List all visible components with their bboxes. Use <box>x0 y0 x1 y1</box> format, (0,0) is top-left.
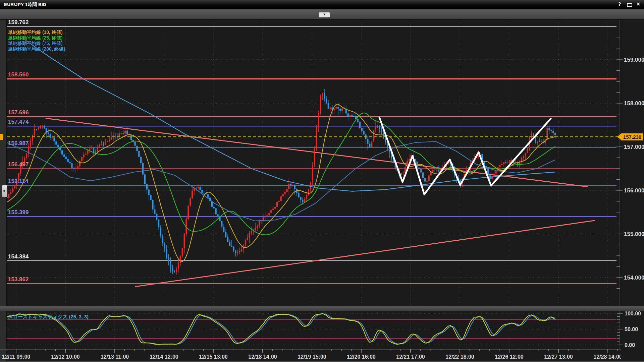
candle-body <box>424 178 426 182</box>
candle-body <box>515 162 516 163</box>
legend-item[interactable]: 単純移動平均線 (75, 終値) <box>8 41 65 46</box>
candle-body <box>237 252 238 253</box>
main-plot[interactable] <box>6 26 616 287</box>
candle-body <box>198 187 199 188</box>
candle-body <box>255 228 256 230</box>
candle-body <box>292 185 293 185</box>
price-line-label: 158.560 <box>8 71 29 78</box>
candle-body <box>239 251 240 252</box>
candle-body <box>539 141 540 142</box>
stochastic-label: スローストキャスティクス (25, 3, 3) <box>8 314 89 320</box>
candle-body <box>485 166 487 168</box>
candle-body <box>505 162 506 163</box>
candle-body <box>369 144 370 147</box>
stoch-k-line <box>7 314 555 345</box>
candle-body <box>227 237 228 242</box>
candle-body <box>389 147 390 152</box>
price-line-label: 156.114 <box>8 178 29 184</box>
candle-body <box>75 168 76 168</box>
candle-body <box>460 180 461 183</box>
candle-body <box>215 208 217 214</box>
candle-body <box>168 257 169 261</box>
candle-body <box>259 221 260 225</box>
candle-body <box>481 154 483 161</box>
candle-body <box>156 214 157 220</box>
candle-body <box>341 109 343 111</box>
candle-body <box>93 148 94 152</box>
candle-body <box>430 172 432 176</box>
candle-body <box>69 162 70 164</box>
candle-body <box>531 134 532 139</box>
candle-body <box>525 153 526 156</box>
candle-body <box>166 249 167 257</box>
candle-body <box>353 116 355 117</box>
sidebar-expand-button[interactable]: ▶ <box>2 185 7 197</box>
collapse-toolbar-button[interactable]: ▼ <box>319 12 330 17</box>
candle-body <box>523 156 524 158</box>
candle-body <box>330 108 331 109</box>
candle-body <box>48 132 49 134</box>
candle-body <box>363 131 365 134</box>
candle-body <box>359 122 361 128</box>
candle-body <box>422 172 424 178</box>
candle-body <box>40 126 41 128</box>
candle-body <box>160 227 161 236</box>
help-button[interactable]: ? <box>616 1 623 7</box>
candle-body <box>320 96 321 112</box>
candle-body <box>182 248 183 256</box>
candle-body <box>546 128 548 139</box>
candle-body <box>280 196 282 201</box>
candle-body <box>103 144 104 145</box>
candle-body <box>257 226 258 228</box>
price-axis-label: 159.000 <box>624 57 644 63</box>
candle-body <box>241 249 242 251</box>
candle-body <box>405 167 406 173</box>
sma25-line <box>7 113 555 235</box>
candle-body <box>414 159 416 162</box>
candle-body <box>489 175 491 179</box>
candle-body <box>426 181 428 181</box>
candle-body <box>184 234 185 248</box>
candle-body <box>203 193 205 193</box>
title-bar[interactable]: EUR/JPY 1時間 BID ? ✕ <box>0 0 644 9</box>
candle-body <box>81 157 83 161</box>
candle-body <box>136 146 138 151</box>
candle-body <box>18 173 19 181</box>
trend-line[interactable] <box>136 221 594 287</box>
trend-line[interactable] <box>46 118 587 187</box>
candle-body <box>223 227 224 232</box>
candle-body <box>407 161 408 167</box>
time-axis[interactable]: 12/11 09:0012/12 10:0012/13 11:0012/14 1… <box>0 349 622 360</box>
candle-body <box>85 154 87 155</box>
candle-body <box>130 135 132 140</box>
candle-body <box>476 158 477 158</box>
time-axis-label: 12/12 10:00 <box>51 354 80 360</box>
legend-item[interactable]: 単純移動平均線 (200, 終値) <box>8 46 65 52</box>
candle-body <box>452 164 453 169</box>
candle-body <box>294 185 296 189</box>
stoch-axis-label: 50.00 <box>625 326 638 332</box>
current-price-badge: 157.230 <box>621 133 643 140</box>
candle-body <box>300 197 301 199</box>
candle-body <box>383 131 384 136</box>
candle-body <box>128 134 130 135</box>
candle-body <box>288 184 289 189</box>
legend-item[interactable]: 単純移動平均線 (10, 終値) <box>8 29 65 35</box>
candle-body <box>89 148 90 150</box>
sma75-line <box>7 141 555 221</box>
price-axis-label: 158.000 <box>624 100 644 107</box>
legend-item[interactable]: 単純移動平均線 (25, 終値) <box>8 35 65 41</box>
candle-body <box>142 163 144 175</box>
close-button[interactable]: ✕ <box>635 1 642 7</box>
candle-body <box>432 170 433 172</box>
indicator-legend: 単純移動平均線 (10, 終値)単純移動平均線 (25, 終値)単純移動平均線 … <box>8 29 65 52</box>
zigzag-drawing[interactable] <box>379 117 551 194</box>
candle-body <box>34 129 35 135</box>
candle-body <box>50 134 51 137</box>
candle-body <box>8 194 9 198</box>
candle-body <box>118 133 120 136</box>
maximize-button[interactable] <box>626 3 633 8</box>
candle-body <box>16 181 17 185</box>
panel-divider[interactable] <box>0 306 644 311</box>
candle-body <box>306 195 307 198</box>
